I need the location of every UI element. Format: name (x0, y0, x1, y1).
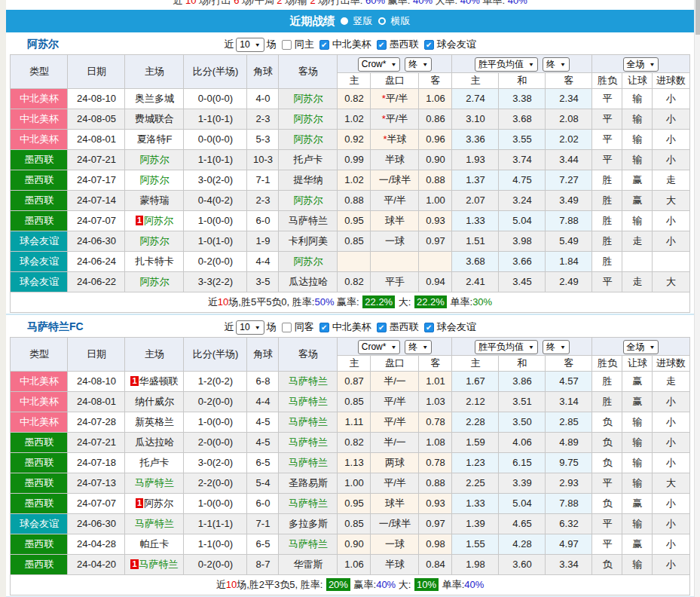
score-cell: 1-1(0-0) (184, 534, 247, 555)
home-team-cell: 新英格兰 (125, 412, 184, 433)
home-team-name: 扎卡特卡 (135, 256, 174, 267)
league-checkbox-2[interactable]: ✔ (424, 323, 434, 332)
result-cell: 负 (592, 494, 622, 514)
league-checkbox-0[interactable]: ✔ (319, 323, 329, 332)
match-row: 中北美杯24-08-10奥兰多城0-0(0-0)4-0阿苏尔0.82*平/半1.… (11, 89, 689, 109)
corner-cell: 4-5 (247, 433, 279, 453)
recent-label: 近 (224, 38, 234, 51)
type-cell: 墨西联 (11, 211, 68, 231)
away-team-name: 瓜达拉哈 (289, 276, 328, 287)
handicap-text: 半/一 (384, 436, 406, 448)
away-odds-cell (419, 252, 452, 272)
handicap-cell: 半球 (371, 150, 419, 170)
match-row: 墨西联24-07-071阿苏尔1-0(0-0)6-0马萨特兰0.95球半0.93… (11, 211, 689, 231)
chevron-down-icon: ▼ (528, 339, 534, 355)
away-odds-cell: 0.84 (419, 555, 452, 575)
home-odds-cell: 0.82 (338, 89, 371, 109)
home-team-name: 夏洛特F (137, 133, 173, 145)
score-cell: 0-0(0-0) (184, 89, 247, 109)
type-cell: 中北美杯 (11, 412, 68, 433)
league-checkbox-1[interactable]: ✔ (377, 323, 387, 332)
draw-odds-cell: 4.65 (499, 514, 546, 534)
avg-select[interactable]: 胜平负均值▼ (475, 57, 538, 72)
column-header: 类型 (11, 55, 68, 89)
league-checkbox-1[interactable]: ✔ (377, 40, 387, 50)
home-team-cell: 马萨特兰 (125, 473, 184, 494)
home-odds-cell: 0.90 (338, 534, 371, 555)
away-odds-cell: 0.93 (419, 494, 452, 514)
home-team-name: 纳什威尔 (135, 396, 174, 407)
vertical-layout-radio[interactable] (341, 17, 348, 25)
recent-count-select[interactable]: 10▼ (236, 38, 264, 52)
away-team-name: 华雷斯 (293, 559, 322, 570)
handicap-text: 平/半 (386, 93, 408, 104)
competition-type-badge: 中北美杯 (11, 392, 67, 412)
away-team-cell: 阿苏尔 (279, 89, 338, 109)
team-name-link[interactable]: 阿苏尔 (27, 38, 59, 51)
final-select-2[interactable]: 终▼ (543, 340, 570, 354)
result-cell: 胜 (592, 392, 622, 412)
away-odds-cell: 0.96 (419, 130, 452, 150)
home-team-name: 费城联合 (135, 113, 174, 124)
bookmaker-selects: Crow*▼终▼ (358, 340, 433, 354)
rest-days-flag: 1 (130, 376, 138, 386)
league-checkbox-2[interactable]: ✔ (424, 40, 434, 50)
bookmaker-select[interactable]: Crow*▼ (358, 57, 401, 72)
draw-odds-cell: 3.45 (499, 272, 546, 292)
away-team-name: 马萨特兰 (289, 396, 328, 407)
home-odds-cell: 1.11 (338, 412, 371, 433)
horizontal-layout-radio[interactable] (378, 17, 386, 25)
recent-count-select-value: 10 (240, 322, 249, 332)
score-cell: 0-2(0-0) (184, 252, 247, 272)
league-label-0: 中北美杯 (332, 320, 371, 334)
away-team-cell: 瓜达拉哈 (279, 272, 338, 292)
away-team-cell: 马萨特兰 (279, 412, 338, 433)
corner-cell: 1-9 (247, 231, 279, 252)
text-segment: 单率: (448, 296, 472, 308)
scope-select[interactable]: 全场▼ (623, 57, 659, 72)
away-team-name: 阿苏尔 (293, 194, 322, 206)
sub-column-header: 让球 (622, 73, 653, 89)
home-team-name: 阿苏尔 (139, 235, 169, 246)
home-team-name: 阿苏尔 (139, 174, 169, 185)
scope-select-value: 全场 (627, 338, 645, 356)
bookmaker-select[interactable]: Crow*▼ (358, 340, 401, 354)
result-cell: 胜 (592, 372, 622, 392)
same-venue-checkbox[interactable] (282, 323, 292, 332)
same-venue-checkbox[interactable] (282, 40, 292, 50)
match-row: 墨西联24-04-28帕丘卡1-1(0-0)6-5马萨特兰0.90一球0.981… (11, 534, 689, 555)
final-select[interactable]: 终▼ (405, 57, 432, 72)
scope-select[interactable]: 全场▼ (623, 340, 659, 354)
win-odds-cell: 3.10 (452, 109, 499, 130)
handicap-result-cell: 赢 (622, 372, 653, 392)
league-checkbox-0[interactable]: ✔ (319, 40, 329, 50)
avg-select[interactable]: 胜平负均值▼ (475, 340, 538, 354)
text-segment: 单率: (439, 579, 464, 590)
scrollbar-thumb[interactable] (695, 0, 700, 35)
final-select[interactable]: 终▼ (405, 340, 432, 354)
home-team-name: 阿苏尔 (139, 154, 169, 165)
vertical-scrollbar[interactable] (694, 0, 700, 597)
home-odds-cell: 0.95 (338, 494, 371, 514)
handicap-result-cell: 输 (622, 109, 653, 130)
final-select-2[interactable]: 终▼ (543, 57, 570, 72)
sub-column-header: 和 (499, 73, 546, 89)
handicap-result-cell (622, 252, 653, 272)
away-odds-cell: 0.86 (419, 109, 452, 130)
team-name-link[interactable]: 马萨特兰FC (27, 320, 84, 334)
home-team-name: 帕丘卡 (139, 538, 169, 550)
win-odds-cell: 1.39 (452, 514, 499, 534)
handicap-cell: *平/半 (371, 109, 419, 130)
win-odds-cell: 1.33 (452, 494, 499, 514)
date-cell: 24-07-13 (68, 473, 125, 494)
recent-count-select[interactable]: 10▼ (236, 320, 264, 335)
win-odds-cell: 1.93 (452, 150, 499, 170)
type-cell: 中北美杯 (11, 392, 68, 412)
home-odds-cell: 0.85 (338, 231, 371, 252)
away-team-name: 马萨特兰 (289, 538, 328, 550)
type-cell: 中北美杯 (11, 372, 68, 392)
home-team-name: 马萨特兰 (135, 518, 174, 529)
home-odds-cell: 1.06 (338, 555, 371, 575)
goals-result-cell: 大 (653, 272, 689, 292)
text-segment: 40% (376, 579, 396, 590)
